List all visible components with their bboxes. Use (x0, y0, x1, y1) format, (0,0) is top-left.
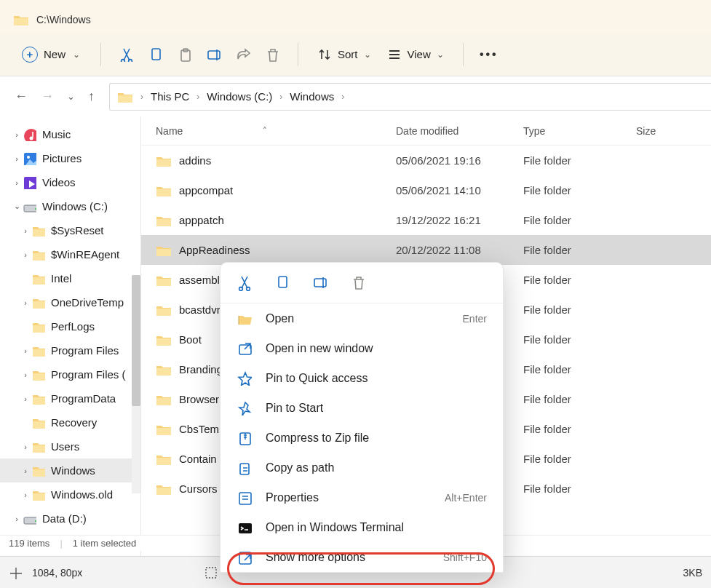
breadcrumb-item[interactable]: Windows (290, 90, 334, 103)
sidebar-item[interactable]: ›$SysReset (0, 218, 140, 242)
context-menu-item[interactable]: Copy as path (221, 453, 503, 482)
cell-type: File folder (509, 244, 621, 256)
context-menu-item[interactable]: Compress to Zip file (221, 423, 503, 453)
sidebar-item[interactable]: Recovery (0, 410, 140, 434)
copy-icon[interactable] (274, 274, 292, 292)
context-menu-item[interactable]: Open in new window (221, 333, 503, 363)
expand-icon[interactable]: › (20, 226, 31, 235)
up-button[interactable]: ↑ (88, 89, 95, 104)
context-menu-label: Pin to Start (266, 402, 323, 415)
new-button[interactable]: + New ⌄ (15, 42, 87, 67)
sidebar-item-label: OneDriveTemp (51, 296, 124, 309)
column-date[interactable]: Date modified (381, 125, 509, 137)
sidebar-item[interactable]: ›Program Files (0, 338, 140, 362)
nav-row: ← → ⌄ ↑ › This PC › Windows (C:) › Windo… (0, 76, 711, 116)
scrollbar-thumb[interactable] (132, 275, 140, 406)
sidebar-item[interactable]: PerfLogs (0, 314, 140, 338)
column-type[interactable]: Type (509, 125, 621, 137)
view-button[interactable]: View ⌄ (381, 43, 450, 66)
sidebar-item[interactable]: ›Program Files ( (0, 362, 140, 386)
folder-icon (32, 416, 45, 429)
back-button[interactable]: ← (15, 89, 28, 104)
expand-icon[interactable]: › (12, 130, 22, 139)
chevron-right-icon: › (275, 92, 287, 102)
context-menu-shortcut: Shift+F10 (443, 552, 487, 563)
forward-button[interactable]: → (41, 89, 54, 104)
sidebar-item-label: Pictures (42, 152, 82, 164)
table-row[interactable]: AppReadiness20/12/2022 11:08File folder (141, 235, 711, 265)
folder-icon (156, 184, 172, 197)
sidebar-item[interactable]: ›Pictures (0, 146, 140, 170)
folder-icon (156, 482, 172, 496)
folder-icon (156, 363, 172, 376)
more-button[interactable]: ••• (477, 42, 501, 67)
table-row[interactable]: addins05/06/2021 19:16File folder (141, 146, 711, 175)
expand-icon[interactable]: › (20, 394, 31, 403)
table-row[interactable]: apppatch19/12/2022 16:21File folder (141, 205, 711, 235)
context-menu-item[interactable]: Open in Windows Terminal (221, 512, 503, 542)
expand-icon[interactable]: › (20, 490, 31, 499)
sidebar-item[interactable]: ›$WinREAgent (0, 242, 140, 266)
expand-icon[interactable]: › (12, 154, 22, 163)
rename-icon[interactable] (312, 274, 330, 292)
cell-type: File folder (509, 184, 621, 196)
folder-icon (32, 464, 45, 477)
delete-button[interactable] (260, 42, 285, 67)
expand-icon[interactable]: › (12, 514, 22, 523)
copy-button[interactable] (143, 42, 168, 67)
context-menu-item[interactable]: OpenEnter (221, 303, 503, 333)
sidebar-item[interactable]: ⌄Windows (C:) (0, 194, 140, 218)
column-size[interactable]: Size (621, 125, 711, 137)
context-menu-item[interactable]: Pin to Start (221, 393, 503, 423)
divider: | (60, 538, 62, 549)
sidebar-item[interactable]: ›Data (D:) (0, 506, 140, 531)
expand-icon[interactable]: › (20, 346, 31, 355)
file-size: 3KB (683, 567, 702, 579)
sidebar-item[interactable]: ›ProgramData (0, 386, 140, 410)
drive-icon (23, 512, 36, 525)
paste-button[interactable] (172, 42, 197, 67)
folder-icon (156, 333, 172, 346)
folder-icon (32, 224, 45, 237)
sidebar-item[interactable]: ›OneDriveTemp (0, 290, 140, 314)
context-menu-item[interactable]: Show more optionsShift+F10 (221, 542, 503, 572)
expand-icon[interactable]: › (20, 298, 31, 307)
rename-button[interactable] (202, 42, 226, 67)
sidebar-item[interactable]: ›Videos (0, 170, 140, 194)
breadcrumb-bar[interactable]: › This PC › Windows (C:) › Windows › (109, 83, 711, 111)
expand-icon[interactable]: › (20, 442, 31, 451)
share-button[interactable] (231, 42, 255, 67)
expand-icon[interactable]: › (20, 370, 31, 379)
expand-icon[interactable]: › (20, 466, 31, 475)
sidebar-item[interactable]: ›Music (0, 122, 140, 146)
folder-open-icon (237, 311, 253, 327)
sidebar-item[interactable]: ›Windows (0, 458, 140, 482)
folder-icon (32, 320, 45, 333)
cut-icon[interactable] (237, 274, 254, 292)
sidebar-item[interactable]: ›Users (0, 434, 140, 458)
expand-icon[interactable]: › (12, 178, 22, 187)
delete-icon[interactable] (350, 274, 368, 292)
cut-button[interactable] (114, 42, 139, 67)
chevron-right-icon: › (192, 92, 204, 102)
folder-icon (156, 423, 172, 436)
sidebar-item[interactable]: Intel (0, 266, 140, 290)
toolbar: + New ⌄ Sort ⌄ View ⌄ ••• (0, 33, 711, 76)
sidebar-item[interactable]: ›Windows.old (0, 482, 140, 506)
expand-icon[interactable]: › (20, 250, 31, 259)
cell-type: File folder (509, 482, 621, 495)
table-row[interactable]: appcompat05/06/2021 14:10File folder (141, 175, 711, 205)
breadcrumb-item[interactable]: This PC (151, 90, 189, 103)
context-menu-item[interactable]: Pin to Quick access (221, 363, 503, 393)
folder-icon (117, 90, 133, 103)
cell-name: appcompat (141, 184, 381, 197)
recent-button[interactable]: ⌄ (67, 91, 75, 102)
breadcrumb-item[interactable]: Windows (C:) (207, 90, 272, 103)
column-name[interactable]: Name˄ (141, 125, 381, 137)
zip-icon (237, 430, 253, 446)
sort-button[interactable]: Sort ⌄ (311, 43, 377, 66)
context-menu-item[interactable]: PropertiesAlt+Enter (221, 482, 503, 512)
expand-icon[interactable]: ⌄ (12, 202, 22, 211)
chevron-down-icon: ⌄ (437, 49, 444, 60)
context-menu-label: Pin to Quick access (266, 372, 368, 385)
